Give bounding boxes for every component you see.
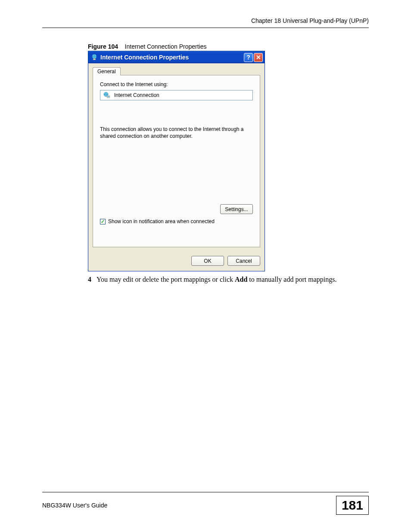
checkbox-label: Show icon in notification area when conn… bbox=[108, 218, 215, 224]
figure-caption: Figure 104 Internet Connection Propertie… bbox=[88, 43, 369, 50]
connection-icon bbox=[91, 54, 98, 61]
settings-button[interactable]: Settings... bbox=[220, 204, 253, 214]
page-footer: NBG334W User's Guide 181 bbox=[42, 492, 369, 515]
add-bold: Add bbox=[235, 276, 247, 283]
figure-title: Internet Connection Properties bbox=[125, 43, 207, 50]
connection-select[interactable]: Internet Connection bbox=[100, 90, 253, 100]
ok-button[interactable]: OK bbox=[191, 256, 224, 266]
connection-description: This connection allows you to connect to… bbox=[100, 126, 253, 140]
header-rule bbox=[42, 28, 369, 28]
connection-name: Internet Connection bbox=[114, 92, 159, 98]
step-text-after: to manually add port mappings. bbox=[247, 276, 336, 283]
connect-using-label: Connect to the Internet using: bbox=[100, 81, 253, 87]
svg-rect-1 bbox=[93, 59, 96, 60]
chapter-header: Chapter 18 Universal Plug-and-Play (UPnP… bbox=[42, 17, 369, 28]
globe-icon bbox=[103, 91, 111, 99]
step-text: You may edit or delete the port mappings… bbox=[97, 276, 336, 283]
tab-general[interactable]: General bbox=[93, 67, 121, 75]
cancel-button[interactable]: Cancel bbox=[227, 256, 260, 266]
titlebar[interactable]: Internet Connection Properties ? ✕ bbox=[88, 51, 265, 63]
tab-panel: Connect to the Internet using: Internet … bbox=[93, 75, 260, 247]
guide-name: NBG334W User's Guide bbox=[42, 502, 107, 509]
page-number: 181 bbox=[336, 496, 369, 515]
step-text-before: You may edit or delete the port mappings… bbox=[97, 276, 235, 283]
show-icon-checkbox-row[interactable]: ✓ Show icon in notification area when co… bbox=[100, 218, 253, 224]
dialog-title: Internet Connection Properties bbox=[100, 54, 241, 61]
instruction-step: 4 You may edit or delete the port mappin… bbox=[88, 276, 369, 283]
close-button[interactable]: ✕ bbox=[254, 53, 263, 62]
step-number: 4 bbox=[88, 276, 91, 283]
properties-dialog: Internet Connection Properties ? ✕ Gener… bbox=[88, 51, 265, 271]
checkbox-icon[interactable]: ✓ bbox=[100, 219, 106, 224]
figure-label: Figure 104 bbox=[88, 43, 118, 50]
svg-rect-4 bbox=[107, 96, 109, 97]
help-button[interactable]: ? bbox=[244, 53, 253, 62]
dialog-buttons: OK Cancel bbox=[88, 252, 265, 271]
